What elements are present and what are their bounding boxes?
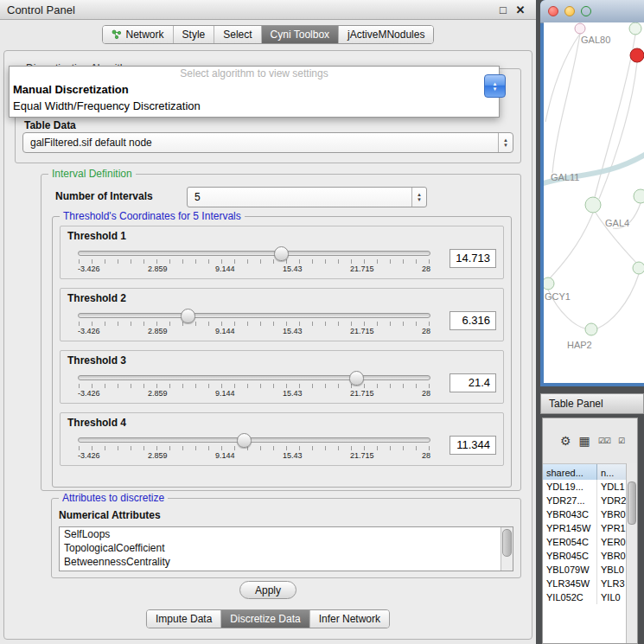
- algorithm-option-manual[interactable]: Manual Discretization: [10, 81, 499, 98]
- threshold-4-slider: -3.426 2.859 9.144 15.43 21.715 28: [67, 430, 439, 460]
- tab-network[interactable]: Network: [103, 26, 173, 43]
- threshold-2-slider-thumb[interactable]: [181, 309, 195, 323]
- node-label: GCY1: [545, 291, 571, 302]
- table-row[interactable]: YBL079WYBL0: [543, 563, 627, 577]
- tab-infer-network[interactable]: Infer Network: [309, 610, 389, 628]
- table-toolbar: ⚙ ▦ ☑☑ ☑: [543, 418, 637, 464]
- tick-label: 2.859: [148, 451, 168, 460]
- table-panel-title: Table Panel: [549, 398, 603, 410]
- slider-tick-labels: -3.426 2.859 9.144 15.43 21.715 28: [78, 265, 430, 273]
- threshold-4-value-input[interactable]: [450, 436, 496, 455]
- threshold-4-slider-track[interactable]: [78, 437, 430, 443]
- gear-icon[interactable]: ⚙: [560, 435, 571, 447]
- threshold-2-value-input[interactable]: [450, 311, 496, 330]
- slider-tick-ruler: [79, 446, 430, 450]
- tick-label: 15.43: [283, 389, 303, 398]
- group-title: Interval Definition: [48, 168, 136, 180]
- algorithm-dropdown-popup: Select algorithm to view settings Manual…: [9, 66, 500, 118]
- network-node[interactable]: [585, 197, 601, 213]
- table-row[interactable]: YIL052CYIL0: [543, 590, 627, 604]
- table-row[interactable]: YBR043CYBR0: [543, 507, 627, 521]
- cyni-toolbox-panel: Discretization Algorithm Table Data galF…: [3, 50, 532, 640]
- algorithm-option-equal-width[interactable]: Equal Width/Frequency Discretization: [10, 98, 499, 114]
- slider-tick-ruler: [79, 384, 430, 388]
- threshold-2-panel: Threshold 2 -3.426 2.859 9.144 15.4: [60, 288, 504, 341]
- tick-label: 2.859: [148, 327, 168, 335]
- close-window-button[interactable]: ✕: [512, 3, 529, 16]
- table-data-value: galFiltered.sif default node: [23, 137, 498, 149]
- network-node[interactable]: [544, 277, 554, 290]
- network-node[interactable]: [575, 23, 585, 34]
- tab-style[interactable]: Style: [173, 26, 214, 43]
- select-all-checkboxes-icon[interactable]: ☑☑: [598, 435, 610, 447]
- table-scrollbar[interactable]: [626, 463, 637, 643]
- algorithm-combo-stepper[interactable]: ▲ ▼: [484, 74, 506, 98]
- threshold-1-value-input[interactable]: [450, 249, 496, 268]
- threshold-1-slider-track[interactable]: [78, 251, 430, 256]
- number-of-intervals-spinner[interactable]: 5 ▲▼: [187, 187, 427, 207]
- tab-discretize-data[interactable]: Discretize Data: [220, 610, 309, 628]
- tab-label: Infer Network: [319, 613, 380, 625]
- columns-icon[interactable]: ▦: [579, 435, 590, 447]
- tab-label: Impute Data: [156, 613, 212, 625]
- network-node[interactable]: [629, 22, 641, 35]
- network-node[interactable]: [585, 323, 597, 335]
- tick-label: 9.144: [215, 451, 235, 460]
- tab-label: Cyni Toolbox: [271, 29, 329, 41]
- table-row[interactable]: YPR145WYPR1: [543, 521, 627, 535]
- node-label: GAL4: [605, 218, 629, 228]
- list-item[interactable]: BetweennessCentrality: [60, 555, 513, 569]
- network-node[interactable]: [634, 189, 644, 203]
- scrollbar-thumb[interactable]: [502, 529, 512, 557]
- list-item[interactable]: TopologicalCoefficient: [60, 541, 513, 555]
- network-canvas[interactable]: GAL80 GAL11 GAL4 GCY1 HAP2: [544, 22, 644, 383]
- attributes-list-scrollbar[interactable]: [501, 527, 513, 571]
- table-row[interactable]: YER054CYER0: [543, 535, 627, 549]
- tick-label: 21.715: [350, 389, 374, 398]
- tick-label: 15.43: [283, 327, 303, 335]
- tab-cyni-toolbox[interactable]: Cyni Toolbox: [261, 26, 338, 43]
- tab-select[interactable]: Select: [214, 26, 260, 43]
- list-item[interactable]: SelfLoops: [60, 527, 513, 541]
- table-row[interactable]: YLR345WYLR3: [543, 577, 627, 590]
- tick-label: 21.715: [350, 451, 374, 460]
- tab-label: Discretize Data: [230, 613, 300, 625]
- window-title: Control Panel: [7, 3, 494, 16]
- tab-jactivemnodules[interactable]: jActiveMNodules: [338, 26, 433, 43]
- threshold-3-slider-thumb[interactable]: [349, 371, 364, 386]
- network-node-red[interactable]: [630, 48, 644, 62]
- table-row[interactable]: YBR045CYBR0: [543, 549, 627, 563]
- close-button[interactable]: [548, 6, 558, 16]
- zoom-button[interactable]: [581, 6, 591, 16]
- checkbox-icon[interactable]: ☑: [618, 435, 624, 447]
- threshold-4-slider-thumb[interactable]: [237, 433, 252, 448]
- scrollbar-thumb[interactable]: [628, 481, 636, 525]
- thresholds-group: Threshold's Coordinates for 5 Intervals …: [52, 216, 512, 488]
- float-window-button[interactable]: □: [494, 3, 512, 16]
- control-panel-titlebar: Control Panel □ ✕: [0, 0, 536, 20]
- column-header-shared[interactable]: shared...: [543, 464, 597, 481]
- table-row[interactable]: YDR27...YDR2: [543, 494, 627, 507]
- threshold-1-slider: -3.426 2.859 9.144 15.43 21.715 28: [67, 243, 439, 273]
- numerical-attributes-heading: Numerical Attributes: [59, 509, 161, 521]
- tick-label: 21.715: [350, 265, 374, 273]
- threshold-2-slider-track[interactable]: [78, 313, 430, 318]
- minimize-button[interactable]: [564, 6, 575, 16]
- table-data-select[interactable]: galFiltered.sif default node ▲▼: [22, 132, 513, 153]
- threshold-label: Threshold 4: [67, 417, 498, 429]
- threshold-3-value-input[interactable]: [450, 373, 496, 392]
- threshold-3-slider-track[interactable]: [78, 375, 430, 380]
- network-window-titlebar: [540, 0, 644, 23]
- apply-button[interactable]: Apply: [239, 581, 296, 599]
- chevron-down-icon: ▼: [493, 86, 498, 92]
- tab-impute-data[interactable]: Impute Data: [147, 610, 220, 628]
- threshold-1-slider-thumb[interactable]: [274, 246, 289, 261]
- network-tab-icon: [112, 29, 122, 40]
- group-title: Threshold's Coordinates for 5 Intervals: [60, 210, 245, 222]
- slider-tick-ruler: [79, 259, 430, 264]
- tab-label: jActiveMNodules: [348, 29, 424, 41]
- table-header-row: shared... n...: [543, 464, 637, 481]
- table-row[interactable]: YDL19...YDL1: [543, 480, 627, 494]
- network-node[interactable]: [633, 262, 644, 274]
- tick-label: -3.426: [78, 389, 100, 398]
